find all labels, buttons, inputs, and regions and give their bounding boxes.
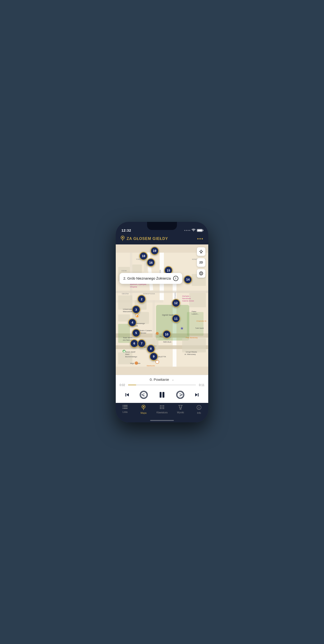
battery-icon bbox=[197, 229, 202, 232]
map-marker-8[interactable]: 8 bbox=[147, 344, 155, 353]
pause-button[interactable] bbox=[157, 390, 167, 400]
svg-point-103 bbox=[162, 408, 162, 409]
map-marker-2[interactable]: 2 bbox=[137, 295, 146, 303]
track-chevron-down[interactable]: ⌄ bbox=[171, 378, 174, 381]
svg-marker-84 bbox=[182, 394, 183, 396]
nav-item-wyniki[interactable]: Wyniki bbox=[171, 405, 190, 414]
svg-text:Ogród Saski: Ogród Saski bbox=[162, 314, 174, 316]
svg-point-110 bbox=[199, 406, 199, 407]
map-controls: 2D bbox=[197, 247, 205, 278]
svg-rect-81 bbox=[160, 392, 162, 398]
svg-point-100 bbox=[162, 407, 162, 408]
svg-rect-20 bbox=[118, 314, 130, 322]
app-header: ZA GŁOSEM GIEŁDY ••• bbox=[116, 234, 208, 244]
map-marker-18[interactable]: 18 bbox=[139, 252, 148, 260]
svg-rect-87 bbox=[198, 393, 198, 396]
map-location-button[interactable] bbox=[197, 247, 205, 256]
forward-5-button[interactable]: 5 bbox=[176, 391, 184, 399]
svg-text:Lubom...: Lubom... bbox=[192, 312, 199, 315]
svg-text:Galeria Sztuki: Galeria Sztuki bbox=[182, 300, 194, 302]
svg-point-101 bbox=[163, 407, 164, 408]
skip-forward-button[interactable] bbox=[194, 392, 200, 398]
svg-text:5: 5 bbox=[143, 394, 144, 396]
player-area: 0. Powitanie ⌄ 0:02 0:11 bbox=[116, 375, 208, 403]
svg-text:Skwer Adolf: Skwer Adolf bbox=[125, 350, 136, 353]
map-marker-5[interactable]: 5 bbox=[132, 329, 141, 337]
svg-point-70 bbox=[156, 332, 159, 335]
progress-bar-fill bbox=[128, 384, 136, 385]
header-menu-button[interactable]: ••• bbox=[197, 236, 203, 242]
progress-bar-track[interactable] bbox=[128, 384, 196, 385]
svg-rect-88 bbox=[123, 405, 128, 406]
nav-label-mapa: Mapa bbox=[141, 412, 146, 414]
svg-point-95 bbox=[143, 406, 144, 408]
popup-text: 2. Grób Nieznanego Żołnierza bbox=[123, 276, 171, 280]
svg-point-71 bbox=[156, 360, 159, 364]
nav-label-wyniki: Wyniki bbox=[177, 411, 184, 414]
svg-text:Chopina: Chopina bbox=[130, 286, 137, 288]
map-marker-7[interactable]: 7 bbox=[137, 339, 146, 348]
svg-rect-82 bbox=[162, 392, 164, 398]
svg-text:CICHA: CICHA bbox=[122, 270, 127, 271]
svg-rect-77 bbox=[126, 393, 126, 396]
mapa-icon bbox=[141, 405, 146, 411]
nav-item-klawiatura[interactable]: Klawiatura bbox=[153, 405, 171, 414]
player-controls: 5 5 bbox=[120, 389, 204, 402]
nav-item-mapa[interactable]: Mapa bbox=[134, 405, 153, 414]
svg-text:Teatr Wielki –: Teatr Wielki – bbox=[123, 336, 135, 338]
svg-text:st. Warszawy: st. Warszawy bbox=[184, 353, 196, 355]
nav-label-klawiatura: Klawiatura bbox=[157, 411, 168, 414]
map-globe-button[interactable] bbox=[197, 269, 205, 278]
phone-frame: 12:32 bbox=[116, 222, 208, 422]
map-container[interactable]: NOWY ŚWIAT MARSZAŁKOWSKA AL SOLIDARNOŚCI… bbox=[116, 244, 208, 375]
status-time: 12:32 bbox=[122, 228, 131, 232]
svg-rect-18 bbox=[118, 295, 132, 310]
nav-label-info: Info bbox=[197, 412, 201, 414]
map-2d-button[interactable]: 2D bbox=[197, 258, 205, 267]
nav-item-info[interactable]: Info bbox=[190, 405, 208, 414]
home-indicator bbox=[150, 420, 174, 421]
svg-text:Starbucks: Starbucks bbox=[147, 364, 155, 366]
map-marker-11[interactable]: 11 bbox=[172, 314, 180, 323]
info-icon bbox=[196, 405, 202, 411]
svg-text:NIECAŁA: NIECAŁA bbox=[163, 341, 171, 343]
svg-rect-111 bbox=[199, 407, 199, 408]
svg-text:Tutti Santi: Tutti Santi bbox=[195, 327, 204, 329]
map-marker-16[interactable]: 16 bbox=[147, 258, 155, 267]
svg-rect-92 bbox=[122, 406, 123, 407]
klawiatura-icon bbox=[160, 405, 164, 410]
svg-text:Pałac: Pałac bbox=[192, 310, 196, 312]
map-marker-9[interactable]: 9 bbox=[150, 352, 158, 361]
svg-text:Bocheńskiego: Bocheńskiego bbox=[125, 356, 137, 358]
svg-point-97 bbox=[162, 405, 162, 406]
map-marker-10[interactable]: 10 bbox=[162, 330, 171, 338]
signal-dots bbox=[184, 230, 190, 231]
map-background: NOWY ŚWIAT MARSZAŁKOWSKA AL SOLIDARNOŚCI… bbox=[116, 244, 208, 375]
svg-text:OBOŻNA: OBOŻNA bbox=[122, 292, 129, 294]
svg-point-69 bbox=[135, 361, 138, 365]
svg-text:Teatro Cubano: Teatro Cubano bbox=[140, 329, 152, 332]
map-marker-14[interactable]: 14 bbox=[183, 275, 192, 284]
skip-back-button[interactable] bbox=[124, 392, 130, 398]
map-marker-3[interactable]: 3 bbox=[132, 305, 141, 314]
svg-rect-89 bbox=[123, 406, 128, 407]
popup-info-button[interactable]: i bbox=[173, 276, 178, 281]
map-marker-19[interactable]: 19 bbox=[150, 246, 159, 255]
svg-text:5: 5 bbox=[180, 394, 181, 396]
svg-text:Charlotte M.: Charlotte M. bbox=[196, 320, 207, 322]
map-marker-4[interactable]: 4 bbox=[128, 318, 137, 327]
rewind-5-button[interactable]: 5 bbox=[140, 391, 148, 399]
svg-rect-91 bbox=[122, 405, 123, 406]
wifi-icon bbox=[192, 229, 195, 232]
svg-rect-15 bbox=[187, 312, 203, 336]
svg-text:Zachęta –: Zachęta – bbox=[182, 295, 191, 297]
map-popup[interactable]: 2. Grób Nieznanego Żołnierza i bbox=[120, 273, 182, 284]
nav-item-lista[interactable]: Lista bbox=[116, 405, 134, 413]
notch bbox=[147, 222, 177, 230]
status-icons bbox=[184, 229, 202, 232]
map-marker-12[interactable]: 12 bbox=[172, 299, 180, 308]
time-total: 0:11 bbox=[198, 384, 204, 387]
svg-text:Warszawski: Warszawski bbox=[123, 310, 133, 312]
svg-text:Plac Bankowy: Plac Bankowy bbox=[186, 336, 198, 338]
nav-label-lista: Lista bbox=[122, 411, 127, 413]
